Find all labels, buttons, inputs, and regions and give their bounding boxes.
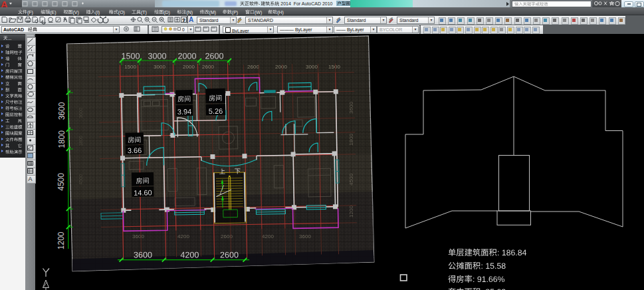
svg-text:-: -: [259, 1, 261, 6]
svg-text:(V): (V): [72, 10, 78, 15]
svg-text:3600: 3600: [299, 233, 311, 239]
svg-text:4500: 4500: [348, 174, 354, 186]
svg-text:4200: 4200: [262, 233, 274, 239]
svg-text:(I): (I): [96, 10, 100, 15]
svg-text:3600: 3600: [348, 102, 354, 114]
svg-text:(M): (M): [209, 10, 217, 15]
svg-text:4500: 4500: [78, 174, 83, 185]
svg-text:4200: 4200: [177, 233, 189, 239]
svg-text:?: ?: [183, 18, 185, 23]
svg-text:2014 For AutoCAD 2010: 2014 For AutoCAD 2010: [279, 1, 332, 6]
svg-text:2600: 2600: [247, 64, 259, 70]
svg-text:1500: 1500: [124, 64, 136, 70]
svg-text:1800: 1800: [57, 130, 66, 148]
svg-text:3000: 3000: [306, 64, 318, 70]
svg-text:1800: 1800: [78, 136, 83, 146]
svg-text:(P): (P): [232, 10, 238, 15]
svg-text:1500: 1500: [328, 64, 340, 70]
svg-text:(O): (O): [118, 10, 125, 15]
svg-text:A: A: [29, 176, 33, 182]
svg-text:AutoCAD: AutoCAD: [3, 27, 24, 32]
svg-text:4500: 4500: [57, 173, 66, 191]
svg-text:(F): (F): [27, 10, 33, 15]
svg-text:...: ...: [8, 36, 12, 41]
svg-text:3600: 3600: [132, 233, 144, 239]
svg-text:3600: 3600: [78, 108, 83, 118]
svg-text:3600: 3600: [57, 102, 66, 120]
svg-text:1800: 1800: [348, 134, 354, 146]
svg-text:(N): (N): [186, 10, 193, 15]
svg-text:2600: 2600: [221, 233, 233, 239]
svg-text:0: 0: [182, 27, 185, 32]
svg-text:2000: 2000: [183, 64, 195, 70]
svg-text:3000: 3000: [154, 64, 165, 70]
svg-text:(W): (W): [255, 10, 262, 15]
svg-text:1200: 1200: [57, 231, 66, 249]
svg-text:(D): (D): [163, 10, 170, 15]
svg-text:1200: 1200: [348, 206, 354, 218]
svg-text:(H): (H): [277, 10, 284, 15]
svg-text:(T): (T): [141, 10, 147, 15]
svg-text:2000: 2000: [275, 64, 287, 70]
svg-text:(E): (E): [50, 10, 56, 15]
svg-text:A: A: [189, 16, 193, 23]
svg-text:2600: 2600: [202, 64, 214, 70]
